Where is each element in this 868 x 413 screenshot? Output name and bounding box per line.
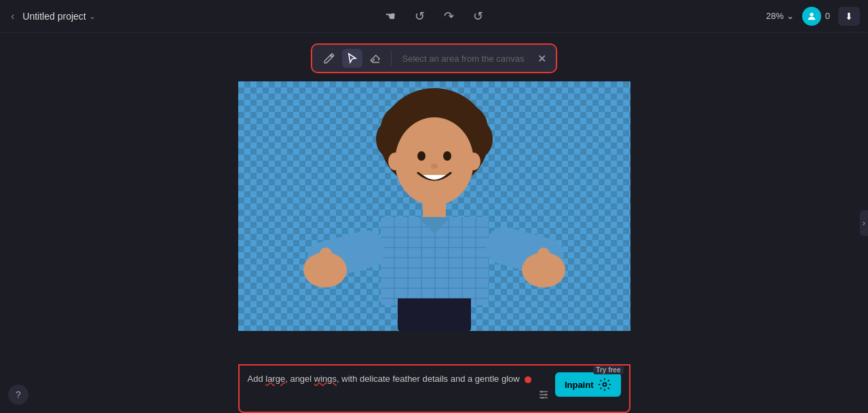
toolbar-divider	[391, 51, 392, 66]
svg-point-48	[603, 383, 606, 387]
user-avatar	[802, 7, 821, 26]
brush-tool-button[interactable]	[319, 49, 339, 68]
project-name-label: Untitled project	[22, 11, 86, 22]
svg-point-14	[388, 153, 402, 170]
inpaint-actions: Try free Inpaint	[555, 372, 621, 397]
user-icon	[806, 11, 817, 22]
prompt-mid1: , angel	[285, 374, 314, 384]
undo-button[interactable]: ↺	[412, 6, 428, 26]
prompt-word-wings: wings	[314, 374, 337, 384]
download-icon: ⬇	[845, 11, 853, 22]
select-tool-button[interactable]	[342, 49, 362, 68]
pan-icon: ☚	[385, 9, 396, 24]
project-name-chevron-icon: ⌄	[89, 12, 96, 21]
right-panel-toggle[interactable]: ›	[860, 210, 868, 236]
undo-icon: ↺	[415, 9, 425, 24]
prompt-word-large: large	[265, 374, 285, 384]
prompt-settings-button[interactable]	[537, 389, 550, 404]
inpaint-prompt-text[interactable]: Add large, angel wings, with delicate fe…	[248, 372, 550, 404]
pan-tool-button[interactable]: ☚	[382, 6, 398, 26]
inpaint-panel: Add large, angel wings, with delicate fe…	[238, 364, 630, 413]
erase-tool-button[interactable]	[365, 49, 385, 68]
svg-point-10	[395, 117, 474, 205]
floating-toolbar: Select an area from the canvas ✕	[311, 43, 558, 73]
zoom-value: 28%	[766, 11, 784, 21]
canvas-image[interactable]	[238, 81, 630, 331]
svg-point-0	[810, 12, 813, 16]
svg-point-46	[544, 393, 546, 395]
svg-point-12	[443, 151, 451, 161]
project-name[interactable]: Untitled project ⌄	[22, 11, 95, 22]
svg-rect-41	[398, 298, 471, 312]
erase-icon	[369, 52, 381, 64]
settings-icon	[537, 389, 550, 401]
redo-left-icon: ↷	[444, 9, 454, 24]
svg-point-47	[542, 397, 544, 399]
svg-point-11	[417, 151, 426, 161]
main-area: ‹ Select an are	[0, 33, 868, 413]
header-center-tools: ☚ ↺ ↷ ↺	[382, 6, 486, 26]
zoom-chevron-icon: ⌄	[787, 11, 794, 21]
toolbar-placeholder-text: Select an area from the canvas	[397, 54, 530, 64]
select-icon	[346, 52, 358, 64]
zoom-control[interactable]: 28% ⌄	[766, 11, 794, 21]
inpaint-icon	[598, 378, 611, 391]
user-count: 0	[825, 11, 830, 21]
download-button[interactable]: ⬇	[838, 7, 860, 26]
try-free-badge: Try free	[593, 366, 623, 374]
back-icon: ‹	[11, 10, 14, 22]
canvas-area: Select an area from the canvas ✕	[0, 33, 868, 413]
prompt-mid2: , with delicate feather details and a ge…	[337, 374, 520, 384]
header: ‹ Untitled project ⌄ ☚ ↺ ↷ ↺ 28% ⌄	[0, 0, 868, 33]
recording-dot	[525, 376, 531, 383]
boy-figure-svg	[238, 81, 630, 331]
header-left: ‹ Untitled project ⌄	[8, 7, 96, 25]
svg-rect-35	[320, 248, 332, 271]
redo-left-button[interactable]: ↷	[441, 6, 457, 26]
redo-right-icon: ↺	[473, 9, 483, 24]
inpaint-label: Inpaint	[565, 380, 594, 390]
checker-background	[238, 81, 630, 331]
svg-rect-38	[537, 248, 550, 271]
svg-point-13	[431, 163, 438, 169]
prompt-prefix: Add	[248, 374, 266, 384]
back-button[interactable]: ‹	[8, 7, 17, 25]
redo-right-button[interactable]: ↺	[470, 6, 486, 26]
right-arrow-icon: ›	[863, 218, 865, 228]
svg-marker-1	[348, 54, 356, 62]
toolbar-close-button[interactable]: ✕	[535, 50, 549, 68]
svg-point-45	[540, 391, 542, 393]
svg-point-15	[467, 153, 480, 170]
help-icon: ?	[16, 389, 21, 400]
close-icon: ✕	[537, 53, 546, 64]
help-button[interactable]: ?	[8, 385, 29, 405]
inpaint-button[interactable]: Try free Inpaint	[555, 372, 621, 397]
header-right: 28% ⌄ 0 ⬇	[766, 7, 860, 26]
brush-icon	[323, 52, 335, 64]
